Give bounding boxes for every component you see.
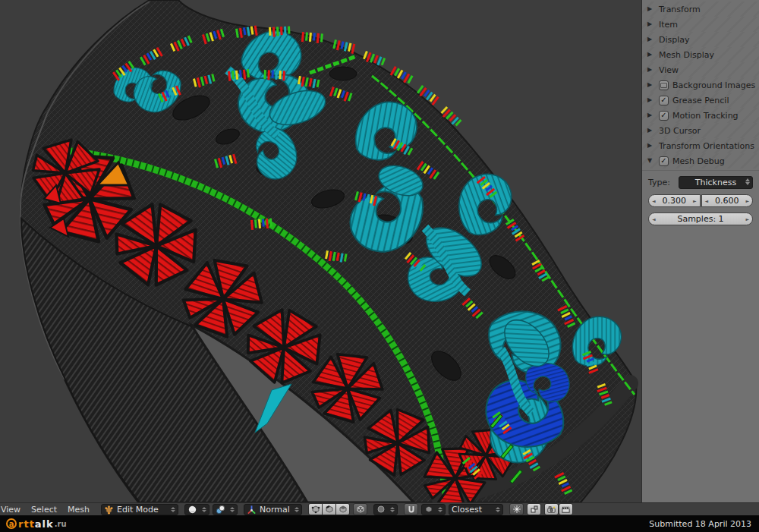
snap-peel-icon (530, 505, 539, 514)
snap-target-label: Closest (452, 505, 491, 515)
slider-left-icon[interactable]: ◄ (652, 198, 656, 203)
logo-text-2: alk (35, 518, 54, 530)
menu-mesh[interactable]: Mesh (62, 505, 95, 515)
pivot-point-dropdown[interactable] (213, 504, 238, 515)
opengl-render-button[interactable] (544, 503, 559, 515)
panel-view[interactable]: ▶ View (642, 62, 759, 77)
panel-label: Transform (659, 5, 701, 14)
snap-toggle-button[interactable] (404, 503, 418, 515)
dropdown-arrows-icon (230, 507, 235, 512)
edge-select-button[interactable] (322, 503, 336, 515)
samples-slider[interactable]: ◄ Samples: 1 ► (648, 212, 753, 225)
expand-icon: ▶ (647, 52, 655, 58)
panel-mesh-display[interactable]: ▶ Mesh Display (642, 47, 759, 62)
slider-right-icon[interactable]: ► (745, 198, 749, 203)
edit-mode-icon (104, 505, 114, 515)
expand-icon: ▶ (647, 21, 655, 27)
snowflake-icon (512, 505, 521, 514)
snap-magnet-icon (407, 505, 416, 514)
slider-left-icon[interactable]: ◄ (652, 216, 656, 222)
expand-icon: ▶ (647, 127, 655, 134)
face-select-button[interactable] (335, 503, 350, 515)
vertex-select-icon (311, 505, 320, 514)
mode-dropdown[interactable]: Edit Mode (101, 504, 178, 515)
footer-bar: arttalk.ru Submitted 18 April 2013 (0, 515, 759, 532)
background-images-checkbox[interactable]: ✓ (659, 80, 669, 90)
dropdown-arrows-icon (171, 507, 175, 512)
check-icon: ✓ (660, 157, 666, 165)
viewport-shading-dropdown[interactable] (184, 504, 209, 515)
menu-select[interactable]: Select (26, 505, 62, 515)
dropdown-arrows-icon (294, 507, 299, 512)
panel-label: Background Images (672, 80, 755, 90)
motion-tracking-checkbox[interactable]: ✓ (659, 111, 669, 121)
submitted-date: Submitted 18 April 2013 (649, 519, 751, 529)
expand-icon: ▶ (647, 143, 655, 149)
type-label: Type: (648, 178, 679, 187)
snap-target-dropdown[interactable]: Closest (449, 504, 503, 515)
snap-peel-button[interactable] (527, 503, 541, 515)
menu-view[interactable]: View (0, 505, 26, 515)
grease-pencil-checkbox[interactable]: ✓ (659, 96, 669, 105)
panel-3d-cursor[interactable]: ▶ 3D Cursor (642, 123, 759, 138)
panel-mesh-debug[interactable]: ▼ ✓ Mesh Debug (642, 153, 759, 168)
panel-label: Mesh Display (659, 50, 714, 60)
ring-mesh-render (0, 0, 641, 502)
debug-type-dropdown[interactable]: Thickness (679, 176, 753, 189)
panel-transform-orientations[interactable]: ▶ Transform Orientations (642, 138, 759, 153)
thickness-min-value: 0.300 (663, 196, 687, 206)
panel-label: Item (659, 20, 678, 30)
mode-label: Edit Mode (117, 505, 166, 515)
panel-item[interactable]: ▶ Item (642, 17, 759, 32)
manipulator-axis-icon (247, 505, 257, 515)
orientation-dropdown[interactable]: Normal (244, 504, 302, 515)
dropdown-arrows-icon (390, 507, 395, 512)
debug-type-value: Thickness (695, 178, 736, 187)
snap-increment-button[interactable] (509, 503, 524, 515)
panel-transform[interactable]: ▶ Transform (642, 2, 759, 17)
thickness-max-value: 0.600 (715, 196, 739, 206)
panel-display[interactable]: ▶ Display (642, 32, 759, 47)
limit-to-visible-button[interactable] (353, 503, 367, 515)
select-mode-group (308, 503, 350, 515)
proportional-editing-dropdown[interactable] (373, 504, 398, 515)
render-camera-icon (546, 505, 556, 515)
render-animation-clapper-icon (561, 505, 571, 515)
check-icon: ✓ (660, 112, 666, 119)
slider-right-icon[interactable]: ► (693, 198, 697, 203)
blender-window: ▶ Transform ▶ Item ▶ Display ▶ Mesh Disp… (0, 0, 759, 532)
panel-background-images[interactable]: ▶ ✓ Background Images (642, 77, 759, 93)
panel-label: Motion Tracking (672, 111, 739, 121)
face-select-icon (339, 505, 348, 514)
dropdown-arrows-icon (745, 178, 750, 185)
panel-label: View (659, 65, 679, 75)
expand-icon: ▼ (647, 158, 655, 164)
panel-motion-tracking[interactable]: ▶ ✓ Motion Tracking (642, 108, 759, 123)
mesh-debug-checkbox[interactable]: ✓ (659, 156, 669, 166)
mesh-debug-panel-body: Type: Thickness ◄ 0.300 ► ◄ 0.600 ► (642, 170, 759, 225)
logo-text-3: .ru (55, 520, 67, 528)
proportional-editing-icon (376, 505, 386, 514)
logo-text-1: rtt (18, 518, 35, 530)
slider-left-icon[interactable]: ◄ (705, 198, 709, 203)
expand-icon: ▶ (647, 36, 655, 42)
arttalk-logo: arttalk.ru (6, 518, 67, 530)
thickness-min-slider[interactable]: ◄ 0.300 ► (648, 194, 701, 207)
occlude-geometry-icon (356, 505, 365, 514)
panel-label: Transform Orientations (659, 141, 754, 151)
slider-right-icon[interactable]: ► (745, 216, 749, 222)
expand-icon: ▶ (647, 6, 655, 12)
panel-label: Mesh Debug (672, 156, 725, 166)
expand-icon: ▶ (647, 97, 655, 103)
opengl-render-animation-button[interactable] (559, 503, 573, 515)
dropdown-arrows-icon (438, 507, 442, 512)
check-icon: ✓ (660, 96, 666, 104)
samples-value: Samples: 1 (677, 214, 723, 224)
3d-viewport[interactable] (0, 0, 641, 502)
vertex-select-button[interactable] (308, 503, 323, 515)
panel-grease-pencil[interactable]: ▶ ✓ Grease Pencil (642, 93, 759, 108)
viewport-header: View Select Mesh Edit Mode (0, 502, 759, 515)
thickness-max-slider[interactable]: ◄ 0.600 ► (701, 194, 754, 207)
snap-element-dropdown[interactable] (421, 504, 446, 515)
expand-icon: ▶ (647, 112, 655, 118)
